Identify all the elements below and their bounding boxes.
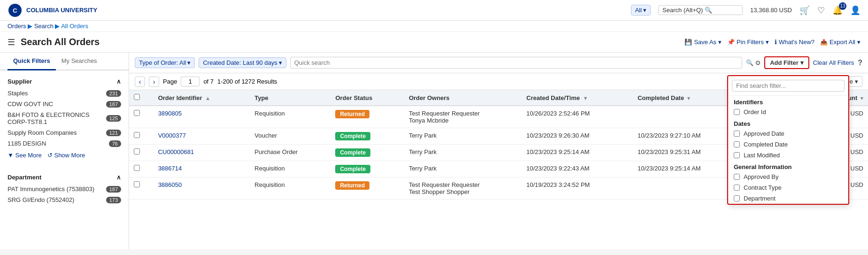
order-id-filter-item[interactable]: Order Id <box>728 107 848 117</box>
supplier-header[interactable]: Supplier ∧ <box>8 75 121 88</box>
department-item[interactable]: SRG GI/Endo (7552402)173 <box>8 194 121 205</box>
menu-toggle[interactable]: ☰ <box>8 37 15 47</box>
supplier-item[interactable]: B&H FOTO & ELECTRONICS CORP-TST8.1125 <box>8 109 121 127</box>
header-status[interactable]: Order Status <box>330 90 404 106</box>
row-checkbox[interactable] <box>134 165 140 171</box>
supplier-item[interactable]: CDW GOVT INC187 <box>8 99 121 109</box>
clear-all-filters-button[interactable]: Clear All Filters <box>813 59 854 66</box>
row-checkbox-cell[interactable] <box>129 128 154 145</box>
add-filter-button[interactable]: Add Filter ▾ <box>764 56 809 69</box>
row-status: Complete <box>330 161 404 178</box>
row-checkbox-cell[interactable] <box>129 106 154 128</box>
cart-icon[interactable]: 🛒 <box>799 5 810 15</box>
row-completed: 10/23/2023 9:27:10 AM <box>633 128 743 145</box>
header-completed[interactable]: Completed Date ▾ <box>633 90 743 106</box>
contract-type-filter-item[interactable]: Contract Type <box>728 182 848 193</box>
filter-bar: Type of Order: All ▾ Created Date: Last … <box>129 53 868 73</box>
supplier-count: 231 <box>106 90 121 97</box>
row-checkbox[interactable] <box>134 132 140 138</box>
search-icon[interactable]: 🔍 <box>746 59 753 66</box>
contract-type-checkbox[interactable] <box>734 185 740 191</box>
prev-page-button[interactable]: ‹ <box>135 77 145 87</box>
row-status: Returned <box>330 106 404 128</box>
user-avatar[interactable]: 👤 <box>850 5 860 15</box>
row-order-id[interactable]: 3886050 <box>154 178 250 200</box>
next-page-button[interactable]: › <box>149 77 159 87</box>
header-created[interactable]: Created Date/Time ▼ <box>522 90 633 106</box>
per-page-chevron: ▾ <box>855 78 858 85</box>
tab-my-searches[interactable]: My Searches <box>56 53 103 70</box>
page-title: Search All Orders <box>21 37 684 47</box>
row-checkbox[interactable] <box>134 181 140 187</box>
row-order-id[interactable]: 3886714 <box>154 161 250 178</box>
approved-by-checkbox[interactable] <box>734 174 740 180</box>
last-modified-checkbox[interactable] <box>734 152 740 158</box>
global-search-bar[interactable]: Search (Alt+Q) 🔍 <box>658 5 743 15</box>
find-filter-container <box>728 76 848 96</box>
approved-date-filter-item[interactable]: Approved Date <box>728 128 848 139</box>
row-checkbox-cell[interactable] <box>129 161 154 178</box>
heart-icon[interactable]: ♡ <box>817 5 825 15</box>
export-all-button[interactable]: 📤 Export All ▾ <box>820 39 860 46</box>
supplier-count: 76 <box>109 140 121 147</box>
header-type[interactable]: Type <box>250 90 330 106</box>
breadcrumb: Orders ▶ Search ▶ All Orders <box>0 21 868 32</box>
department-count: 173 <box>106 197 121 203</box>
pin-filters-button[interactable]: 📌 Pin Filters ▾ <box>727 39 769 46</box>
type-filter-chip[interactable]: Type of Order: All ▾ <box>135 57 195 68</box>
row-checkbox[interactable] <box>134 110 140 116</box>
order-id-sort-icon: ▲ <box>205 95 210 101</box>
breadcrumb-orders[interactable]: Orders <box>8 23 26 30</box>
notification-bell[interactable]: 🔔 13 <box>832 5 843 15</box>
help-search-icon[interactable]: ⊙ <box>755 59 760 66</box>
completed-sort-icon: ▾ <box>687 95 690 101</box>
info-icon: ℹ <box>775 39 777 46</box>
last-modified-filter-item[interactable]: Last Modified <box>728 150 848 161</box>
whats-new-button[interactable]: ℹ What's New? <box>775 39 814 46</box>
page-number-input[interactable] <box>181 77 200 86</box>
row-checkbox[interactable] <box>134 148 140 155</box>
header-owners[interactable]: Order Owners <box>404 90 522 106</box>
row-order-id[interactable]: 3890805 <box>154 106 250 128</box>
breadcrumb-search[interactable]: Search <box>34 23 54 30</box>
tab-quick-filters[interactable]: Quick Filters <box>8 53 56 70</box>
supplier-item[interactable]: Staples231 <box>8 88 121 99</box>
filter-help-button[interactable]: ? <box>858 59 862 67</box>
supplier-item[interactable]: Supply Room Companies121 <box>8 127 121 138</box>
row-completed: 10/23/2023 9:25:14 AM <box>633 161 743 178</box>
department-filter-checkbox[interactable] <box>734 195 740 201</box>
select-all-header[interactable] <box>129 90 154 106</box>
department-name: SRG GI/Endo (7552402) <box>8 196 74 203</box>
add-filter-chevron: ▾ <box>800 59 804 66</box>
supplier-name: CDW GOVT INC <box>8 100 53 108</box>
row-type: Voucher <box>250 128 330 145</box>
row-owners: Test Requester RequesterTonya Mcbride <box>404 106 522 128</box>
row-order-id[interactable]: V0000377 <box>154 128 250 145</box>
row-checkbox-cell[interactable] <box>129 145 154 161</box>
show-more-link[interactable]: ↺ Show More <box>47 152 85 159</box>
row-order-id[interactable]: CU00000681 <box>154 145 250 161</box>
order-id-checkbox[interactable] <box>734 109 740 115</box>
see-more-link[interactable]: ▼ See More <box>8 152 42 159</box>
header-order-id[interactable]: Order Identifier ▲ <box>154 90 250 106</box>
all-filter-dropdown[interactable]: All ▾ <box>631 5 651 15</box>
supplier-name: 1185 DESIGN <box>8 140 46 147</box>
department-header[interactable]: Department ∧ <box>8 171 121 184</box>
find-filter-input[interactable] <box>732 80 845 92</box>
department-item[interactable]: PAT Immunogenetics (7538803)187 <box>8 184 121 194</box>
select-all-checkbox[interactable] <box>134 94 140 100</box>
quick-search-input[interactable] <box>290 57 742 69</box>
approved-date-checkbox[interactable] <box>734 131 740 137</box>
date-filter-chip[interactable]: Created Date: Last 90 days ▾ <box>199 57 286 68</box>
completed-date-checkbox[interactable] <box>734 141 740 147</box>
supplier-count: 187 <box>106 101 121 108</box>
completed-date-filter-item[interactable]: Completed Date <box>728 139 848 150</box>
approved-by-filter-item[interactable]: Approved By <box>728 171 848 182</box>
row-checkbox-cell[interactable] <box>129 178 154 200</box>
supplier-item[interactable]: 1185 DESIGN76 <box>8 138 121 149</box>
supplier-name: B&H FOTO & ELECTRONICS CORP-TST8.1 <box>8 111 106 125</box>
department-filter-item[interactable]: Department <box>728 193 848 204</box>
main-layout: Quick Filters My Searches Supplier ∧ Sta… <box>0 53 868 249</box>
search-icon: 🔍 <box>705 7 712 14</box>
save-as-button[interactable]: 💾 Save As ▾ <box>684 39 722 46</box>
